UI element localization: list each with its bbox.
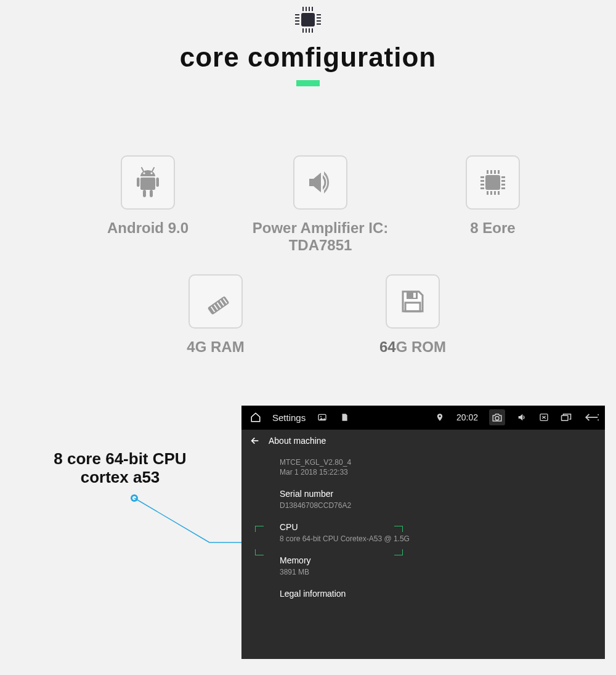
svg-rect-28 (490, 170, 492, 174)
svg-rect-36 (480, 180, 484, 182)
svg-rect-39 (501, 176, 505, 178)
page-title: core comfiguration (0, 42, 616, 73)
feature-amplifier: Power Amplifier IC: TDA7851 (240, 155, 400, 253)
image-icon[interactable] (317, 412, 328, 423)
svg-rect-12 (295, 23, 299, 25)
svg-rect-21 (140, 178, 155, 190)
status-time: 20:02 (456, 412, 478, 422)
recents-icon[interactable] (561, 412, 572, 423)
svg-rect-27 (487, 170, 488, 174)
android-icon (121, 155, 175, 210)
svg-point-57 (320, 416, 322, 417)
feature-label: 4G RAM (160, 338, 271, 356)
svg-rect-0 (301, 13, 315, 27)
svg-point-53 (132, 496, 136, 500)
svg-rect-50 (413, 293, 416, 298)
floppy-icon (386, 274, 440, 329)
svg-rect-8 (312, 28, 313, 33)
camera-icon[interactable] (489, 409, 505, 425)
svg-rect-35 (480, 176, 484, 178)
speaker-icon (293, 155, 347, 210)
item-legal[interactable]: Legal information (280, 589, 605, 599)
feature-rom: 64G ROM (351, 274, 474, 356)
svg-rect-3 (309, 7, 310, 11)
feature-label: Android 9.0 (80, 219, 216, 237)
item-cpu[interactable]: CPU 8 core 64-bit CPU Coretex-A53 @ 1.5G (280, 522, 605, 543)
svg-rect-42 (501, 187, 505, 189)
sd-card-icon[interactable] (339, 412, 350, 423)
subheader-title: About machine (269, 436, 326, 446)
svg-rect-37 (480, 184, 484, 186)
feature-core: 8 Eore (431, 155, 554, 237)
screen-title: Settings (272, 412, 306, 423)
volume-icon[interactable] (516, 412, 527, 423)
svg-rect-13 (317, 14, 321, 15)
feature-android: Android 9.0 (80, 155, 216, 237)
svg-rect-14 (317, 17, 321, 18)
svg-rect-22 (137, 178, 140, 187)
ram-icon (188, 274, 243, 329)
feature-label: 8 Eore (431, 219, 554, 237)
about-machine-header: About machine (241, 429, 605, 452)
svg-point-58 (439, 415, 440, 417)
svg-rect-24 (143, 190, 146, 197)
svg-rect-49 (407, 292, 418, 299)
svg-point-19 (143, 172, 145, 174)
svg-rect-41 (501, 184, 505, 186)
svg-rect-25 (150, 190, 153, 197)
svg-line-54 (134, 498, 209, 542)
svg-rect-10 (295, 17, 299, 18)
feature-ram: 4G RAM (160, 274, 271, 356)
svg-line-17 (142, 168, 144, 171)
svg-rect-40 (501, 180, 505, 182)
svg-rect-38 (480, 187, 484, 189)
svg-rect-31 (487, 191, 488, 195)
svg-rect-16 (317, 23, 321, 25)
svg-rect-4 (312, 7, 313, 11)
settings-body[interactable]: MTCE_KGL_V2.80_4 Mar 1 2018 15:22:33 Ser… (241, 452, 605, 659)
cpu-callout: 8 core 64-bit CPU cortex a53 (22, 450, 219, 487)
svg-rect-11 (295, 20, 299, 22)
location-icon[interactable] (434, 412, 445, 423)
chip-icon (291, 0, 325, 39)
svg-rect-9 (295, 14, 299, 15)
svg-line-18 (152, 168, 154, 171)
svg-point-52 (131, 494, 138, 502)
svg-rect-15 (317, 20, 321, 22)
svg-rect-63 (562, 415, 569, 420)
svg-rect-32 (490, 191, 492, 195)
svg-rect-23 (156, 178, 160, 187)
svg-rect-2 (306, 7, 307, 11)
feature-label: Power Amplifier IC: TDA7851 (240, 219, 400, 253)
android-statusbar: Settings 20:02 (241, 406, 605, 429)
svg-rect-30 (498, 170, 500, 174)
svg-rect-6 (306, 28, 307, 33)
svg-rect-26 (485, 175, 500, 190)
close-app-icon[interactable] (538, 412, 549, 423)
item-build[interactable]: MTCE_KGL_V2.80_4 Mar 1 2018 15:22:33 (280, 458, 605, 477)
item-memory[interactable]: Memory 3891 MB (280, 555, 605, 576)
svg-rect-5 (302, 28, 304, 33)
svg-point-59 (495, 417, 499, 420)
svg-rect-1 (302, 7, 304, 11)
svg-rect-34 (498, 191, 500, 195)
back-icon[interactable] (583, 412, 599, 423)
android-settings-panel: Settings 20:02 (241, 406, 605, 652)
svg-rect-7 (309, 28, 310, 33)
arrow-back-icon[interactable] (250, 436, 260, 446)
item-serial[interactable]: Serial number D13846708CCD76A2 (280, 489, 605, 510)
svg-point-20 (150, 172, 152, 174)
home-icon[interactable] (250, 412, 261, 423)
feature-label: 64G ROM (351, 338, 474, 356)
svg-rect-29 (494, 170, 496, 174)
accent-divider (296, 80, 320, 86)
cpu-icon (466, 155, 520, 210)
svg-rect-33 (494, 191, 496, 195)
